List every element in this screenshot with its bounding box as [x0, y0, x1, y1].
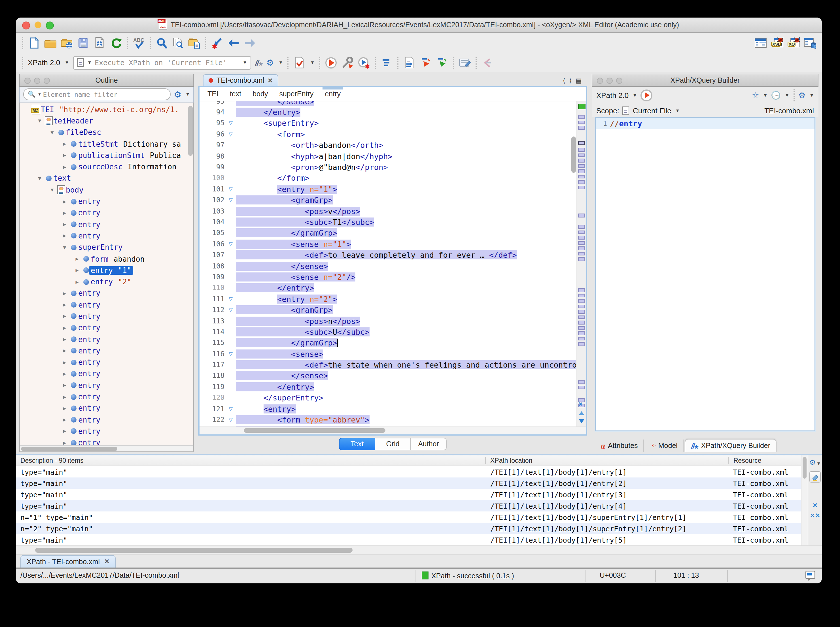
code-line[interactable]: 122▽ <form type="abbrev">	[199, 414, 576, 425]
xslt-debugger-icon[interactable]: XSLT	[771, 37, 783, 49]
result-marker[interactable]	[578, 159, 585, 162]
fold-toggle-icon[interactable]: ▽	[226, 186, 236, 192]
result-marker[interactable]	[578, 164, 585, 168]
result-row[interactable]: type="main"/TEI[1]/text[1]/body[1]/entry…	[16, 500, 801, 512]
code-line[interactable]: 103 <pos>v</pos>	[199, 206, 576, 217]
collapsed-icon[interactable]: ▶	[61, 233, 69, 239]
code-line[interactable]: 106▽ <sense n="1">	[199, 238, 576, 249]
result-marker[interactable]	[578, 175, 585, 178]
collapsed-icon[interactable]: ▶	[61, 153, 69, 158]
result-marker[interactable]	[578, 299, 585, 303]
outline-settings-gear-icon[interactable]: ⚙	[174, 90, 182, 99]
toolbar-grip[interactable]	[22, 37, 24, 49]
outline-tree-item[interactable]: ▶entry	[20, 345, 193, 356]
promote-green-icon[interactable]	[436, 56, 448, 69]
outline-tree-item[interactable]: ▶entry	[20, 334, 193, 345]
outline-horizontal-scrollbar[interactable]	[20, 445, 193, 451]
collapsed-icon[interactable]: ▶	[61, 210, 69, 216]
toolbar-grip[interactable]	[397, 56, 399, 69]
collapsed-icon[interactable]: ▶	[61, 417, 69, 422]
breadcrumb-item-entry[interactable]: entry	[325, 90, 341, 98]
comment-icon[interactable]	[805, 571, 815, 579]
search-icon[interactable]	[155, 37, 168, 49]
open-url-icon[interactable]	[61, 37, 73, 49]
outline-tree-item[interactable]: ▶entry	[20, 299, 193, 311]
toolbar-grip[interactable]	[126, 37, 129, 49]
outline-tree-item[interactable]: ▶entry	[20, 196, 193, 207]
tab-model[interactable]: ⁘Model	[645, 440, 684, 452]
code-line[interactable]: 97 <orth>abandon</orth>	[199, 140, 576, 151]
result-marker[interactable]	[578, 236, 585, 239]
outline-tree-item[interactable]: ▼teiHeader	[20, 115, 193, 127]
builder-version-dropdown[interactable]: XPath 2.0	[596, 91, 628, 99]
result-marker[interactable]	[578, 337, 585, 340]
expanded-icon[interactable]: ▼	[48, 129, 56, 135]
outline-panel-header[interactable]: Outline	[19, 74, 194, 87]
database-perspective-icon[interactable]	[804, 37, 816, 49]
code-line[interactable]: 105 </gramGrp>	[199, 227, 576, 238]
mode-button-text[interactable]: Text	[339, 438, 375, 450]
code-line[interactable]: 108 </sense>	[199, 260, 576, 272]
result-marker[interactable]	[578, 288, 585, 292]
result-row[interactable]: type="main"/TEI[1]/text[1]/body[1]/entry…	[16, 477, 801, 489]
open-folder-icon[interactable]	[44, 37, 57, 49]
collapsed-icon[interactable]: ▶	[73, 268, 81, 273]
collapsed-icon[interactable]: ▶	[61, 348, 69, 354]
collapsed-icon[interactable]: ▶	[73, 279, 81, 285]
prev-marker-icon[interactable]	[579, 411, 584, 415]
result-marker[interactable]	[578, 225, 585, 228]
debug-transformation-icon[interactable]: ✱	[358, 56, 370, 69]
save-icon[interactable]	[77, 37, 90, 49]
outline-tree-item[interactable]: ▼text	[20, 173, 193, 184]
code-line[interactable]: 107 <def>to leave completely and for eve…	[199, 249, 576, 260]
result-marker[interactable]	[578, 252, 585, 255]
settings-gear-icon[interactable]: ⚙	[267, 58, 274, 67]
fold-toggle-icon[interactable]: ▽	[226, 307, 236, 313]
column-description[interactable]: Description - 90 items	[16, 457, 485, 464]
find-in-files-icon[interactable]	[172, 37, 184, 49]
code-line[interactable]: 109 <sense n="2"/>	[199, 272, 576, 283]
breadcrumb-item-TEI[interactable]: TEI	[207, 90, 218, 98]
fold-toggle-icon[interactable]: ▽	[226, 296, 236, 302]
tab-xpath-xquery-builder[interactable]: //★XPath/XQuery Builder	[685, 439, 777, 452]
result-marker[interactable]	[578, 380, 585, 384]
collapsed-icon[interactable]: ▶	[61, 221, 69, 227]
result-marker[interactable]	[578, 326, 585, 330]
result-row[interactable]: n="2" type="main"/TEI[1]/text[1]/body[1]…	[16, 523, 801, 534]
favorites-star-icon[interactable]: ☆	[752, 91, 759, 99]
collapsed-icon[interactable]: ▶	[61, 359, 69, 365]
validate-icon[interactable]	[293, 56, 306, 69]
builder-settings-gear-icon[interactable]: ⚙	[798, 91, 805, 99]
toolbar-grip[interactable]	[22, 56, 24, 69]
author-edit-icon[interactable]	[458, 56, 471, 69]
editor-vertical-scrollbar[interactable]	[572, 137, 576, 173]
outline-tree-item[interactable]: ▶entry	[20, 356, 193, 368]
fold-toggle-icon[interactable]: ▽	[226, 417, 236, 422]
fold-toggle-icon[interactable]: ▽	[226, 406, 236, 411]
editor-tab[interactable]: TEI-combo.xml ✕	[203, 74, 279, 86]
review-icon[interactable]	[481, 56, 494, 69]
result-marker[interactable]	[578, 310, 585, 314]
expanded-icon[interactable]: ▼	[36, 118, 44, 124]
next-tab-icon[interactable]: ⟩	[569, 77, 572, 84]
code-line[interactable]: 100 </form>	[199, 172, 576, 184]
code-line[interactable]: 120 </superEntry>	[199, 392, 576, 403]
result-marker[interactable]	[578, 141, 585, 145]
collapsed-icon[interactable]: ▶	[61, 325, 69, 331]
result-marker[interactable]	[578, 214, 585, 217]
save-to-url-icon[interactable]	[93, 37, 106, 49]
layout-icon[interactable]	[755, 37, 767, 49]
result-row[interactable]: type="main"/TEI[1]/text[1]/body[1]/entry…	[16, 489, 801, 500]
outline-tree-item[interactable]: ▶entry"1"	[20, 265, 193, 276]
code-editor[interactable]: 93 </sense>94 </entry>95▽ <superEntry>96…	[199, 101, 576, 427]
outline-tree-item[interactable]: ▶entry	[20, 311, 193, 322]
outline-tree-item[interactable]: ▶entry	[20, 391, 193, 403]
code-line[interactable]: 93 </sense>	[199, 101, 576, 107]
outline-tree-item[interactable]: ▶entry	[20, 402, 193, 414]
zoom-window-button[interactable]	[46, 22, 54, 30]
result-row[interactable]: type="main"/TEI[1]/text[1]/body[1]/entry…	[16, 534, 801, 545]
outline-tree-item[interactable]: ▶entry	[20, 322, 193, 334]
code-line[interactable]: 110 </entry>	[199, 282, 576, 293]
toolbar-grip[interactable]	[205, 37, 207, 49]
toolbar-grip[interactable]	[319, 56, 321, 69]
